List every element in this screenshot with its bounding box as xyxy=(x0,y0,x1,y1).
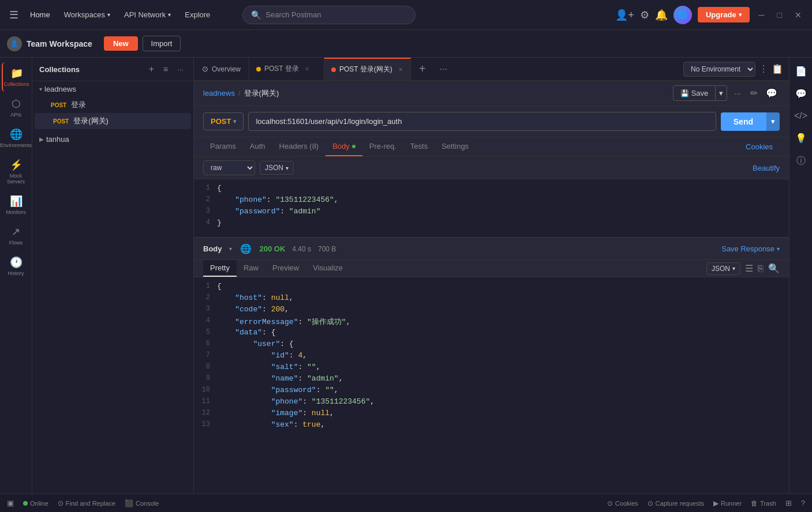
code-line-2: 2 "phone": "13511223456", xyxy=(194,195,789,207)
sidebar-item-environments[interactable]: 🌐 Environments xyxy=(2,123,31,153)
tab-tests[interactable]: Tests xyxy=(403,137,435,156)
right-panel-code-button[interactable]: </> xyxy=(791,107,811,125)
nav-home[interactable]: Home xyxy=(25,8,55,21)
trash-button[interactable]: 🗑 Trash xyxy=(751,499,776,507)
tab-menu-button[interactable]: ··· xyxy=(434,58,453,81)
cookies-status-button[interactable]: ⊙ Cookies xyxy=(607,499,638,507)
edit-button[interactable]: ✏ xyxy=(748,85,760,101)
more-collections-button[interactable]: ··· xyxy=(174,63,186,76)
request-code-editor[interactable]: 1 { 2 "phone": "13511223456", 3 "passwor… xyxy=(194,179,789,237)
post-gateway-close[interactable]: ✕ xyxy=(398,66,403,73)
tabs-bar: ⊙ Overview POST 登录 ✕ POST 登录(网关) ✕ + ··· xyxy=(194,58,789,81)
nav-workspaces[interactable]: Workspaces ▾ xyxy=(59,8,115,21)
send-button[interactable]: Send xyxy=(721,112,766,131)
json-select[interactable]: JSON ▾ xyxy=(260,161,294,175)
breadcrumb-collection[interactable]: leadnews xyxy=(203,89,235,97)
trash-icon: 🗑 xyxy=(751,499,758,507)
tab-overview[interactable]: ⊙ Overview xyxy=(194,58,249,81)
nav-explore[interactable]: Explore xyxy=(180,8,215,21)
tree-item-post-login-gateway[interactable]: POST 登录(网关) xyxy=(35,113,191,129)
settings-button[interactable]: ⚙ xyxy=(640,9,649,21)
search-bar[interactable]: 🔍 Search Postman xyxy=(242,6,416,24)
tab-params[interactable]: Params xyxy=(203,137,243,156)
response-chevron[interactable]: ▾ xyxy=(229,246,232,252)
minimize-button[interactable]: ─ xyxy=(755,8,768,22)
resp-tab-visualize[interactable]: Visualize xyxy=(306,260,350,277)
right-panel-comment-button[interactable]: 💬 xyxy=(792,85,810,103)
collection-tanhua[interactable]: ▶ tanhua xyxy=(32,131,193,147)
tab-post-login-gateway[interactable]: POST 登录(网关) ✕ xyxy=(324,58,411,81)
tab-prereq[interactable]: Pre-req. xyxy=(362,137,403,156)
right-panel-hint-button[interactable]: 💡 xyxy=(792,129,810,147)
online-status[interactable]: Online xyxy=(23,500,48,507)
console-button[interactable]: ⬛ Console xyxy=(125,499,159,507)
cookies-link[interactable]: Cookies xyxy=(739,138,780,156)
resp-tab-raw[interactable]: Raw xyxy=(237,260,265,277)
new-button[interactable]: New xyxy=(104,36,138,51)
sidebar-item-monitors[interactable]: 📊 Monitors xyxy=(2,190,31,220)
sidebar-item-collections[interactable]: 📁 Collections xyxy=(2,62,31,92)
resp-tab-pretty[interactable]: Pretty xyxy=(203,260,237,277)
beautify-button[interactable]: Beautify xyxy=(753,164,780,172)
layout-options-button[interactable]: ⊞ xyxy=(785,499,792,507)
add-collection-button[interactable]: + xyxy=(146,62,157,76)
menu-icon[interactable]: ☰ xyxy=(7,6,21,24)
cookies-status-label: Cookies xyxy=(615,500,638,507)
maximize-button[interactable]: □ xyxy=(774,8,785,22)
tab-post-login[interactable]: POST 登录 ✕ xyxy=(249,58,324,81)
tab-body[interactable]: Body xyxy=(325,137,362,156)
nav-api-network[interactable]: API Network ▾ xyxy=(119,8,175,21)
right-panel-info-button[interactable]: ⓘ xyxy=(793,152,809,171)
collection-leadnews[interactable]: ▾ leadnews xyxy=(32,81,193,97)
post-login-close[interactable]: ✕ xyxy=(305,66,309,72)
response-body[interactable]: 1 { 2 "host": null, 3 "code": 200, 4 " xyxy=(194,277,789,494)
sidebar-item-mock-servers[interactable]: ⚡ Mock Servers xyxy=(2,154,31,189)
add-tab-button[interactable]: + xyxy=(411,58,434,81)
resp-line-12: 12 "image": null, xyxy=(194,409,789,420)
upgrade-button[interactable]: Upgrade ▾ xyxy=(698,7,750,22)
url-input[interactable] xyxy=(248,112,716,131)
sidebar-item-flows[interactable]: ↗ Flows xyxy=(2,221,31,250)
resp-format-select[interactable]: JSON ▾ xyxy=(706,262,740,275)
body-format-select[interactable]: raw form-data xyxy=(203,160,255,175)
runner-button[interactable]: ▶ Runner xyxy=(713,499,742,507)
globe-icon-button[interactable]: 🌐 xyxy=(239,242,253,255)
notifications-button[interactable]: 🔔 xyxy=(655,9,668,21)
import-button[interactable]: Import xyxy=(143,36,181,51)
help-button[interactable]: ? xyxy=(801,499,805,507)
leadnews-chevron: ▾ xyxy=(39,86,42,92)
save-arrow-button[interactable]: ▾ xyxy=(716,85,727,101)
save-button[interactable]: 💾 Save xyxy=(673,85,716,101)
overview-icon: ⊙ xyxy=(202,65,208,73)
tab-headers[interactable]: Headers (8) xyxy=(272,137,326,156)
status-bar-layout-button[interactable]: ▣ xyxy=(7,499,14,507)
resp-tab-preview[interactable]: Preview xyxy=(265,260,306,277)
save-disk-icon: 💾 xyxy=(680,89,689,97)
save-response-btn[interactable]: Save Response ▾ xyxy=(721,244,780,253)
capture-requests-button[interactable]: ⊙ Capture requests xyxy=(648,499,704,507)
env-view-button[interactable]: 📋 xyxy=(772,63,783,74)
collections-label: Collections xyxy=(3,81,29,87)
send-arrow-button[interactable]: ▾ xyxy=(766,112,780,131)
environment-more-button[interactable]: ⋮ xyxy=(759,63,768,74)
tree-item-post-login[interactable]: POST 登录 xyxy=(32,97,193,113)
avatar[interactable]: 🌐 xyxy=(673,6,692,24)
right-panel-docs-button[interactable]: 📄 xyxy=(792,62,810,80)
tab-settings[interactable]: Settings xyxy=(435,137,476,156)
collections-icon: 📁 xyxy=(10,67,23,80)
sidebar-item-apis[interactable]: ⬡ APIs xyxy=(2,93,31,122)
find-replace-button[interactable]: ⊙ Find and Replace xyxy=(58,499,115,507)
search-response-button[interactable]: 🔍 xyxy=(768,263,780,274)
copy-response-button[interactable]: ⎘ xyxy=(758,263,764,274)
breadcrumb-more-button[interactable]: ··· xyxy=(731,86,744,100)
add-collaborator-button[interactable]: 👤+ xyxy=(615,9,634,21)
comment-button[interactable]: 💬 xyxy=(764,85,780,101)
filter-resp-button[interactable]: ☰ xyxy=(745,263,753,274)
tab-auth[interactable]: Auth xyxy=(243,137,272,156)
left-panel-title: Collections xyxy=(39,65,143,74)
filter-button[interactable]: ≡ xyxy=(160,63,171,76)
environment-select[interactable]: No Environment xyxy=(683,62,755,77)
close-button[interactable]: ✕ xyxy=(791,8,805,22)
method-select[interactable]: POST ▾ xyxy=(203,112,244,130)
sidebar-item-history[interactable]: 🕐 History xyxy=(2,251,31,281)
